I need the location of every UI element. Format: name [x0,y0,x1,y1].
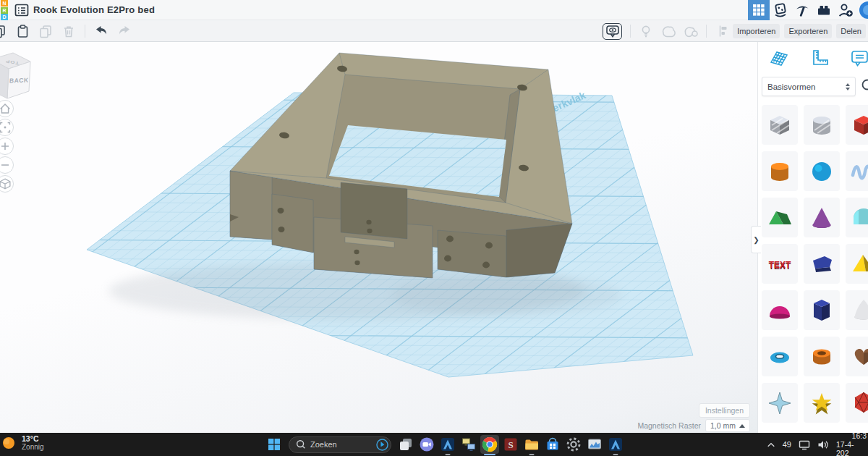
shape-sphere[interactable] [804,151,840,191]
sun-icon [1,435,17,451]
duplicate-icon[interactable] [38,24,53,38]
zoom-out-icon[interactable] [0,156,14,174]
shape-cone[interactable] [804,198,840,237]
shape-polygon[interactable] [804,244,840,284]
undo-icon[interactable] [94,24,109,38]
search-glass-icon [295,439,307,450]
shape-icosahedron[interactable] [846,383,868,423]
chrome-icon[interactable] [480,435,499,454]
shape-cylinder[interactable] [762,151,798,191]
align-icon[interactable] [715,24,729,38]
shape-box[interactable] [846,105,868,145]
settings-icon[interactable] [564,435,583,454]
edit-toolbar-left [0,20,132,42]
shape-hexagonal-prism[interactable] [804,290,840,330]
zoom-in-icon[interactable] [0,138,14,155]
snap-grid-select[interactable]: 1,0 mm [705,419,750,432]
dice-hand-icon[interactable] [770,0,791,20]
shape-tube[interactable] [804,337,840,376]
view-cube[interactable]: TOP BACK [0,53,30,98]
taskbar-weather[interactable]: 13°C Zonnig [1,434,44,452]
shape-transparent-cylinder[interactable] [804,105,840,145]
design-canvas[interactable]: Werkvlak [0,42,757,433]
taskbar-clock[interactable]: 16:3 17-4-202 [836,431,867,456]
sidebar-tools [758,42,868,75]
copy-icon[interactable] [0,24,7,38]
display-icon[interactable] [799,439,810,450]
search-icon[interactable] [861,79,868,95]
shape-scribble[interactable] [846,151,868,191]
workplane-icon[interactable] [768,48,790,69]
shape-roof[interactable] [762,198,798,237]
pickaxe-icon[interactable] [791,0,813,20]
taskbar-search-input[interactable]: Zoeken [289,436,391,453]
tray-count[interactable]: 49 [783,440,791,449]
3d-scene: Werkvlak [0,42,757,433]
tray-chevron-icon[interactable] [767,442,775,448]
delete-icon[interactable] [61,24,76,38]
clock-time: 16:3 [852,431,867,440]
paste-icon[interactable] [15,24,30,38]
ruler-icon[interactable] [809,48,830,69]
shape-star-4[interactable] [762,383,798,423]
remote-desktop-icon[interactable] [459,435,478,454]
user-avatar[interactable] [859,1,868,19]
home-icon[interactable] [0,100,14,117]
start-button[interactable] [265,435,284,454]
s-app-icon[interactable]: S [501,435,520,454]
shape-torus[interactable] [762,337,798,376]
person-add-icon[interactable] [835,0,856,20]
task-manager-icon[interactable] [585,435,604,454]
ungroup-icon[interactable] [684,24,698,38]
shape-paraboloid[interactable] [762,290,798,330]
header-right-icons [748,0,868,20]
brick-icon[interactable] [813,0,835,20]
shape-half-sphere[interactable] [846,290,868,330]
snap-grid-row: Magnetisch Raster 1,0 mm [637,419,750,432]
svg-text:S: S [508,439,513,450]
import-button[interactable]: Importeren [733,24,780,38]
snap-grid-value: 1,0 mm [710,421,736,430]
windows-taskbar: 13°C Zonnig Zoeken S 49 [0,433,868,456]
taskbar-app-icons: S [396,435,625,454]
snap-grid-label: Magnetisch Raster [637,421,701,430]
chat-icon[interactable] [417,435,436,454]
export-button[interactable]: Exporteren [784,24,832,38]
file-explorer-icon[interactable] [522,435,541,454]
autodesk-app2-icon[interactable] [606,435,625,454]
view-nav-buttons [0,100,15,194]
settings-button[interactable]: Instellingen [699,403,750,418]
logo-block-N: N [1,0,8,7]
redo-icon[interactable] [117,24,132,38]
toolbar-divider [706,25,707,38]
shape-heart[interactable] [846,337,868,376]
system-tray: 49 16:3 17-4-202 [767,433,868,456]
task-view-icon[interactable] [396,435,415,454]
toolbar-divider [630,25,631,38]
app-header: NRD Rook Evolution E2Pro bed [0,0,868,20]
caret-up-icon [739,424,745,428]
speaker-icon[interactable] [817,439,829,450]
autodesk-app-icon[interactable] [438,435,457,454]
fit-view-icon[interactable] [0,119,14,136]
show-hide-icon[interactable] [603,23,622,40]
tinkercad-logo[interactable]: NRD [1,0,9,21]
share-button[interactable]: Delen [836,24,866,38]
menu-icon[interactable] [14,3,29,17]
logo-block-D: D [1,14,8,20]
microsoft-store-icon[interactable] [543,435,562,454]
shape-round-roof[interactable] [846,198,868,237]
notes-icon[interactable] [849,48,868,69]
shape-category-select[interactable]: Basisvormen [762,77,856,96]
shape-transparent-box[interactable] [762,105,798,145]
perspective-icon[interactable] [0,175,14,193]
group-icon[interactable] [661,24,676,38]
weather-condition: Zonnig [22,443,44,452]
shape-pyramid[interactable] [846,244,868,284]
sidebar-collapse-handle[interactable]: ❯ [751,226,761,253]
actions-bar: Importeren Exporteren Delen [757,20,868,42]
light-icon[interactable] [639,24,653,38]
shape-text[interactable]: TEXTTEXT [762,244,798,284]
shape-star[interactable] [804,383,840,423]
blocks-grid-icon[interactable] [748,0,770,20]
